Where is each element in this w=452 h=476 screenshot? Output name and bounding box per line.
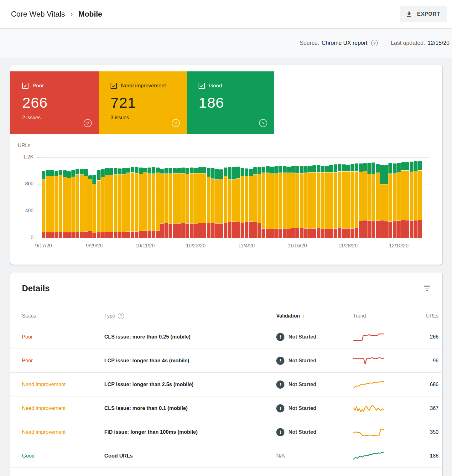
stacked-bar[interactable]: [393, 163, 397, 238]
stacked-bar[interactable]: [63, 170, 67, 238]
stacked-bar[interactable]: [270, 167, 274, 238]
stacked-bar[interactable]: [397, 163, 401, 238]
stacked-bar[interactable]: [334, 164, 337, 238]
stacked-bar[interactable]: [46, 170, 50, 238]
table-row[interactable]: PoorLCP issue: longer than 4s (mobile)!N…: [10, 349, 442, 372]
stacked-bar[interactable]: [295, 166, 299, 238]
stacked-bar[interactable]: [97, 170, 101, 238]
stacked-bar[interactable]: [262, 167, 265, 238]
stacked-bar[interactable]: [308, 166, 312, 238]
stacked-bar[interactable]: [359, 163, 363, 238]
column-header-status[interactable]: Status: [22, 313, 104, 319]
stacked-bar[interactable]: [287, 167, 291, 238]
stacked-bar[interactable]: [181, 168, 185, 238]
stacked-bar[interactable]: [224, 168, 227, 238]
stacked-bar[interactable]: [388, 163, 392, 238]
stacked-bar[interactable]: [148, 168, 151, 238]
table-row[interactable]: Need improvementCLS issue: more than 0.1…: [10, 396, 442, 420]
stacked-bar[interactable]: [355, 163, 358, 238]
stacked-bar[interactable]: [317, 165, 320, 238]
stacked-bar[interactable]: [122, 168, 126, 238]
stacked-bar[interactable]: [67, 171, 71, 238]
stacked-bar[interactable]: [219, 169, 223, 238]
stacked-bar[interactable]: [207, 168, 210, 238]
stacked-bar[interactable]: [143, 168, 147, 238]
need-improvement-checkbox[interactable]: ✓: [111, 83, 117, 89]
stacked-bar[interactable]: [75, 169, 79, 238]
need-improvement-summary-chip[interactable]: ✓ Need improvement 721 3 issues ?: [99, 71, 187, 134]
stacked-bar[interactable]: [50, 170, 54, 238]
stacked-bar[interactable]: [109, 168, 113, 238]
export-button[interactable]: EXPORT: [400, 6, 447, 22]
stacked-bar[interactable]: [190, 168, 194, 238]
stacked-bar[interactable]: [126, 168, 130, 238]
stacked-bar[interactable]: [101, 169, 105, 238]
stacked-bar[interactable]: [198, 167, 202, 238]
stacked-bar[interactable]: [312, 165, 316, 238]
stacked-bar[interactable]: [211, 168, 215, 238]
table-row[interactable]: GoodGood URLsN/A186: [10, 444, 442, 468]
stacked-bar[interactable]: [156, 168, 160, 238]
stacked-bar[interactable]: [257, 167, 261, 238]
stacked-bar[interactable]: [118, 168, 122, 238]
stacked-bar[interactable]: [236, 167, 240, 238]
stacked-bar[interactable]: [249, 169, 253, 238]
poor-summary-chip[interactable]: ✓ Poor 266 2 issues ?: [10, 71, 99, 134]
stacked-bar[interactable]: [405, 162, 409, 238]
stacked-bar[interactable]: [274, 166, 278, 238]
stacked-bar[interactable]: [139, 168, 143, 238]
stacked-bar[interactable]: [173, 168, 177, 238]
stacked-bar[interactable]: [401, 162, 405, 238]
stacked-bar[interactable]: [376, 164, 380, 238]
column-header-type[interactable]: Type ?: [104, 313, 276, 319]
poor-checkbox[interactable]: ✓: [22, 83, 29, 89]
stacked-bar[interactable]: [105, 168, 109, 238]
type-help-icon[interactable]: ?: [118, 313, 124, 319]
stacked-bar[interactable]: [367, 163, 371, 238]
stacked-bar[interactable]: [253, 167, 257, 238]
stacked-bar[interactable]: [92, 175, 96, 238]
poor-help-icon[interactable]: ?: [84, 119, 92, 127]
stacked-bar[interactable]: [59, 170, 62, 238]
good-checkbox[interactable]: ✓: [199, 83, 205, 89]
stacked-bar[interactable]: [177, 168, 181, 238]
stacked-bar[interactable]: [304, 166, 308, 238]
filter-icon[interactable]: [424, 284, 430, 291]
stacked-bar[interactable]: [160, 169, 164, 238]
stacked-bar[interactable]: [266, 166, 270, 238]
stacked-bar[interactable]: [380, 165, 384, 238]
stacked-bar[interactable]: [329, 165, 333, 238]
column-header-validation[interactable]: Validation ↓: [276, 313, 353, 319]
good-help-icon[interactable]: ?: [259, 119, 267, 127]
good-summary-chip[interactable]: ✓ Good 186 ?: [187, 71, 274, 134]
need-improvement-help-icon[interactable]: ?: [172, 119, 180, 127]
stacked-bar[interactable]: [169, 168, 172, 238]
stacked-bar[interactable]: [241, 168, 244, 238]
stacked-bar[interactable]: [384, 165, 388, 238]
stacked-bar[interactable]: [346, 165, 350, 238]
stacked-bar[interactable]: [114, 168, 117, 238]
stacked-bar[interactable]: [325, 166, 329, 238]
stacked-bar[interactable]: [80, 169, 84, 238]
stacked-bar[interactable]: [194, 168, 198, 238]
stacked-bar[interactable]: [228, 167, 231, 238]
stacked-bar[interactable]: [291, 166, 295, 238]
stacked-bar[interactable]: [131, 167, 134, 238]
stacked-bar[interactable]: [321, 166, 325, 238]
stacked-bar[interactable]: [88, 175, 92, 238]
stacked-bar[interactable]: [278, 166, 282, 238]
source-help-icon[interactable]: ?: [371, 40, 378, 46]
stacked-bar[interactable]: [135, 167, 138, 238]
stacked-bar[interactable]: [338, 164, 341, 238]
stacked-bar[interactable]: [215, 169, 219, 238]
stacked-bar[interactable]: [342, 164, 346, 238]
table-row[interactable]: PoorCLS issue: more than 0.25 (mobile)!N…: [10, 325, 442, 349]
stacked-bar[interactable]: [410, 162, 413, 238]
stacked-bar[interactable]: [363, 163, 367, 238]
stacked-bar[interactable]: [371, 163, 375, 238]
stacked-bar[interactable]: [418, 161, 422, 238]
stacked-bar[interactable]: [414, 161, 418, 238]
breadcrumb-core-web-vitals[interactable]: Core Web Vitals: [11, 10, 65, 18]
table-row[interactable]: Need improvementFID issue: longer than 1…: [10, 420, 442, 444]
column-header-trend[interactable]: Trend: [353, 313, 420, 319]
